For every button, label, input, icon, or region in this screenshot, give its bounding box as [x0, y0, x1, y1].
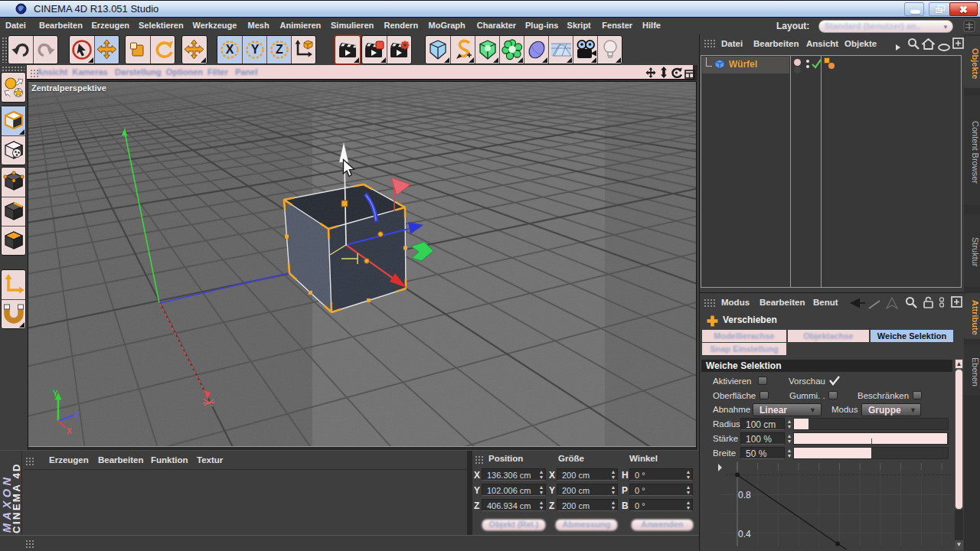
svg-text:0.8: 0.8	[738, 490, 751, 500]
svg-text:0.4: 0.4	[738, 529, 751, 540]
svg-text:Y: Y	[250, 43, 259, 56]
svg-text:X: X	[226, 43, 234, 56]
svg-text:Z: Z	[276, 43, 283, 56]
